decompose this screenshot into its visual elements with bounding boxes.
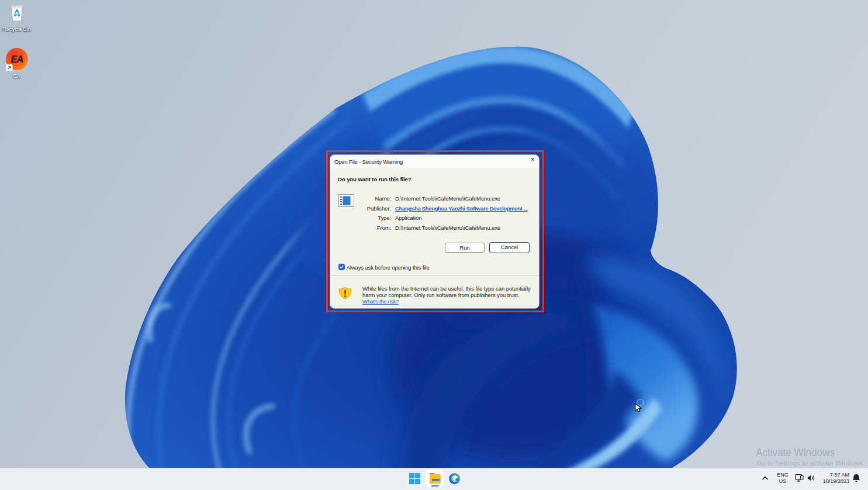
svg-text:EA: EA — [11, 54, 23, 64]
